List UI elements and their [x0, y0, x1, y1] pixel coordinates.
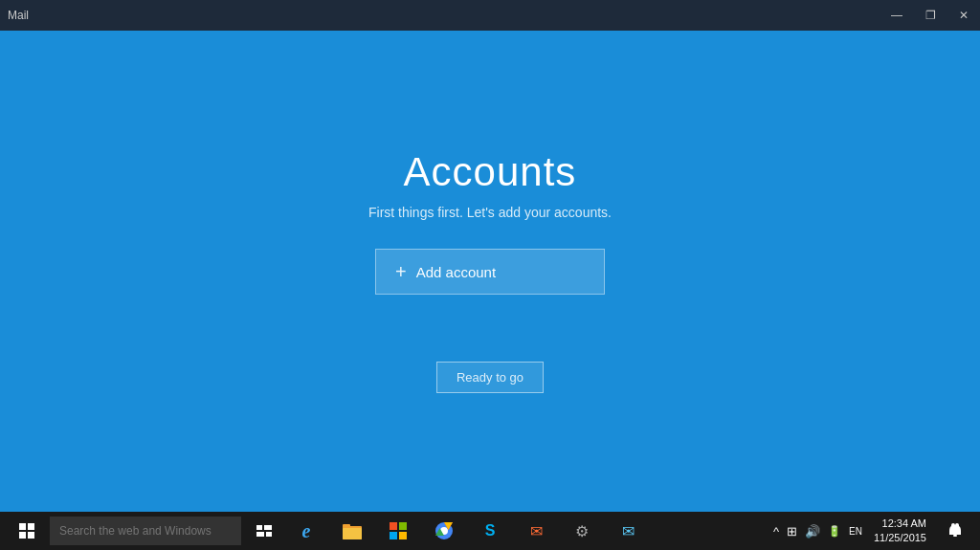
svg-rect-12 — [399, 522, 407, 530]
svg-rect-17 — [953, 535, 957, 537]
tray-keyboard[interactable]: EN — [849, 526, 862, 537]
start-button[interactable] — [8, 512, 46, 550]
add-account-label: Add account — [416, 264, 496, 280]
taskbar: e S ✉ ⚙ ✉ ^ ⊞ 🔊 🔋 — [0, 512, 980, 550]
svg-rect-5 — [264, 525, 272, 530]
svg-rect-10 — [343, 524, 350, 528]
page-title: Accounts — [404, 149, 577, 195]
page-subtitle: First things first. Let's add your accou… — [368, 205, 612, 220]
svg-rect-1 — [28, 523, 34, 530]
svg-rect-11 — [390, 522, 397, 530]
app-title: Mail — [8, 9, 29, 22]
main-content: Accounts First things first. Let's add y… — [0, 31, 980, 512]
titlebar: Mail — ❐ ✕ — [0, 0, 980, 31]
taskbar-app-explorer[interactable] — [331, 512, 373, 550]
taskbar-app-chrome[interactable] — [423, 512, 465, 550]
titlebar-controls: — ❐ ✕ — [887, 8, 972, 23]
taskbar-right: ^ ⊞ 🔊 🔋 EN 12:34 AM 11/25/2015 — [773, 512, 972, 550]
svg-rect-3 — [28, 532, 34, 539]
svg-rect-14 — [399, 532, 407, 539]
clock-date: 11/25/2015 — [874, 531, 926, 545]
svg-rect-7 — [266, 532, 272, 537]
tray-battery[interactable]: 🔋 — [828, 525, 841, 538]
svg-rect-6 — [256, 532, 264, 537]
plus-icon: + — [395, 261, 407, 283]
tray-chevron[interactable]: ^ — [773, 524, 779, 539]
restore-button[interactable]: ❐ — [922, 8, 940, 23]
titlebar-left: Mail — [8, 9, 29, 22]
svg-rect-2 — [19, 532, 26, 539]
task-view-button[interactable] — [247, 514, 281, 548]
taskbar-app-app7[interactable]: ⚙ — [561, 512, 603, 550]
minimize-button[interactable]: — — [887, 8, 906, 23]
taskbar-app-skype[interactable]: S — [469, 512, 511, 550]
add-account-button[interactable]: + Add account — [375, 249, 605, 295]
clock-time: 12:34 AM — [882, 517, 926, 531]
tray-icons: ^ ⊞ 🔊 🔋 EN — [773, 524, 862, 539]
search-input[interactable] — [50, 517, 241, 545]
svg-rect-9 — [343, 528, 362, 539]
svg-rect-4 — [256, 525, 262, 530]
tray-network[interactable]: ⊞ — [787, 524, 797, 539]
svg-rect-13 — [390, 532, 397, 539]
taskbar-app-app6[interactable]: ✉ — [515, 512, 557, 550]
taskbar-app-edge[interactable]: e — [285, 512, 327, 550]
svg-rect-0 — [19, 523, 26, 530]
notification-button[interactable] — [938, 512, 972, 550]
taskbar-app-store[interactable] — [377, 512, 419, 550]
clock[interactable]: 12:34 AM 11/25/2015 — [874, 517, 934, 546]
ready-to-go-button[interactable]: Ready to go — [436, 362, 544, 393]
tray-volume[interactable]: 🔊 — [805, 524, 820, 539]
close-button[interactable]: ✕ — [955, 8, 972, 23]
taskbar-app-mail[interactable]: ✉ — [607, 512, 649, 550]
